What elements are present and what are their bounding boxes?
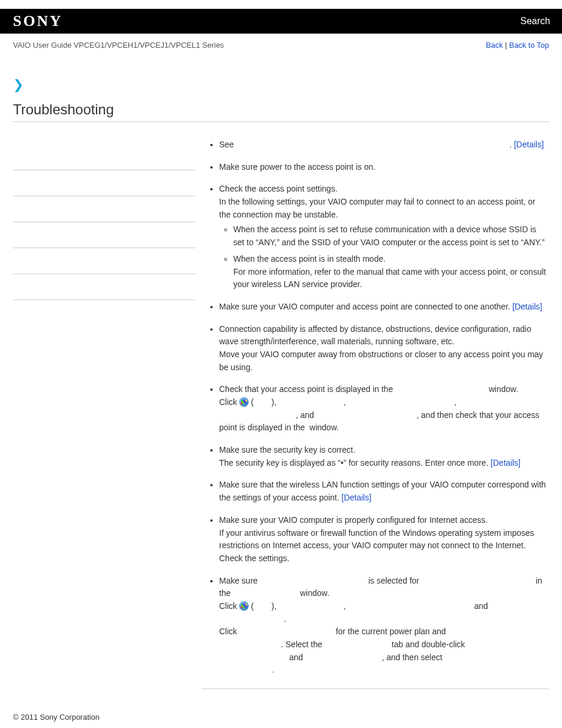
list-item: Connection capability is affected by dis…: [219, 323, 549, 374]
expand-arrow-icon[interactable]: ❯: [13, 77, 562, 93]
sub-list: When the access point is set to refuse c…: [219, 223, 549, 291]
content-divider: [201, 689, 549, 689]
sub-header: VAIO User Guide VPCEG1/VPCEH1/VPCEJ1/VPC…: [0, 34, 562, 57]
breadcrumb: VAIO User Guide VPCEG1/VPCEH1/VPCEJ1/VPC…: [13, 41, 224, 50]
details-link[interactable]: [Details]: [513, 302, 543, 311]
text: ),: [272, 601, 279, 611]
text: Move your VAIO computer away from obstru…: [219, 350, 543, 372]
search-link[interactable]: Search: [520, 16, 550, 27]
text: ,: [343, 601, 348, 611]
text: and: [472, 601, 488, 611]
list-item: Check the access point settings. In the …: [219, 183, 549, 291]
text: .: [272, 665, 275, 674]
text: Check the access point settings.: [219, 184, 338, 193]
windows-start-icon: [239, 397, 249, 407]
sidebar-item[interactable]: [13, 170, 196, 196]
text: Make sure the security key is correct.: [219, 445, 355, 454]
header-bar: SONY Search: [0, 9, 562, 34]
sidebar: [13, 127, 196, 689]
sidebar-item[interactable]: [13, 248, 196, 274]
text: Click: [219, 397, 239, 407]
windows-start-icon: [239, 601, 249, 611]
sidebar-item[interactable]: [13, 196, 196, 222]
text: ,: [343, 397, 348, 407]
text: Make sure: [219, 576, 260, 585]
details-link[interactable]: [Details]: [491, 458, 521, 467]
sidebar-item[interactable]: [13, 144, 196, 170]
details-link[interactable]: [Details]: [514, 140, 544, 149]
sub-list-item: When the access point is in stealth mode…: [233, 253, 549, 291]
list-item: See . [Details]: [219, 139, 549, 151]
text: tab and double-click: [389, 640, 467, 649]
text: Make sure your VAIO computer is properly…: [219, 515, 488, 525]
list-item: Make sure the security key is correct. T…: [219, 444, 549, 469]
text: ),: [272, 397, 279, 407]
text: , and: [296, 410, 316, 420]
text: Click: [219, 601, 239, 611]
nav-separator: |: [503, 41, 510, 50]
text: and: [287, 653, 305, 662]
text: window.: [489, 384, 518, 394]
text: Make sure your VAIO computer and access …: [219, 302, 513, 311]
text: window.: [307, 423, 339, 432]
nav-links: Back | Back to Top: [486, 41, 549, 50]
text: If your antivirus software or firewall f…: [219, 528, 534, 563]
text: When the access point is in stealth mode…: [233, 254, 385, 263]
text: . Select the: [281, 640, 325, 649]
list-item: Make sure your VAIO computer is properly…: [219, 514, 549, 565]
text: Check that your access point is displaye…: [219, 384, 395, 394]
text: The security key is displayed as “•” for…: [219, 458, 491, 467]
text: Make sure that the wireless LAN function…: [219, 480, 546, 502]
text: ,: [454, 397, 459, 407]
list-item: Make sure power to the access point is o…: [219, 161, 549, 174]
text: See: [219, 140, 236, 149]
text: Connection capability is affected by dis…: [219, 324, 531, 347]
sub-list-item: When the access point is set to refuse c…: [233, 223, 549, 249]
list-item: Check that your access point is displaye…: [219, 383, 549, 434]
text: Click: [219, 627, 239, 636]
brand-logo: SONY: [13, 12, 62, 30]
text: For more information, refer to the manua…: [233, 267, 546, 289]
text: (: [249, 397, 254, 407]
list-item: Make sure your VAIO computer and access …: [219, 301, 549, 314]
details-link[interactable]: [Details]: [342, 493, 372, 502]
back-to-top-link[interactable]: Back to Top: [509, 41, 549, 50]
text: In the following settings, your VAIO com…: [219, 197, 535, 219]
content-wrap: See . [Details] Make sure power to the a…: [0, 127, 562, 689]
text: for the current power plan and: [333, 627, 448, 636]
text: (: [249, 601, 254, 611]
back-link[interactable]: Back: [486, 41, 503, 50]
sidebar-item[interactable]: [13, 274, 196, 300]
text: , and then select: [382, 653, 445, 662]
sidebar-item[interactable]: [13, 222, 196, 248]
page-title: Troubleshooting: [13, 101, 549, 122]
list-item: Make sure is selected for in the window.…: [219, 575, 549, 677]
copyright: © 2011 Sony Corporation: [0, 689, 562, 722]
text: window.: [297, 588, 329, 598]
list-item: Make sure that the wireless LAN function…: [219, 479, 549, 504]
text: is selected for: [366, 576, 421, 585]
text: , and then check that your access point …: [219, 410, 540, 433]
troubleshooting-list: See . [Details] Make sure power to the a…: [201, 139, 549, 677]
text: .: [284, 614, 286, 624]
main-content: See . [Details] Make sure power to the a…: [196, 127, 549, 689]
